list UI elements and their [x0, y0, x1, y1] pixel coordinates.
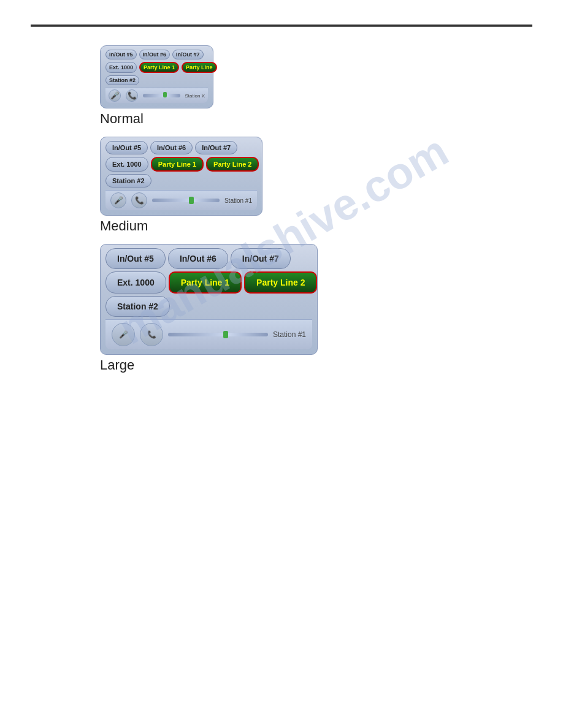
large-mute-icon: 🎤 [119, 330, 128, 339]
large-phone-icon: 📞 [147, 330, 156, 339]
normal-slider-area [143, 94, 180, 97]
medium-row1: In/Out #5 In/Out #6 In/Out #7 [105, 141, 257, 154]
large-station-label: Station #1 [273, 330, 306, 339]
normal-partyline1-button[interactable]: Party Line 1 [139, 62, 179, 73]
normal-row3: Station #2 [105, 75, 208, 85]
normal-label: Normal [100, 111, 563, 127]
medium-panel: In/Out #5 In/Out #6 In/Out #7 Ext. 1000 … [100, 137, 262, 216]
large-panel: In/Out #5 In/Out #6 In/Out #7 Ext. 1000 … [100, 244, 318, 355]
large-label: Large [100, 357, 563, 373]
medium-inout6-button[interactable]: In/Out #6 [150, 141, 193, 154]
normal-partyline2-button[interactable]: Party Line [182, 62, 217, 73]
medium-row3: Station #2 [105, 174, 257, 188]
large-section: In/Out #5 In/Out #6 In/Out #7 Ext. 1000 … [0, 244, 563, 373]
large-slider-thumb [223, 331, 228, 338]
normal-station2-button[interactable]: Station #2 [105, 75, 139, 85]
normal-slider-thumb [163, 92, 167, 97]
large-bottom-bar: 🎤 📞 Station #1 [105, 319, 312, 349]
medium-phone-button[interactable]: 📞 [131, 192, 147, 208]
medium-station-label: Station #1 [224, 197, 252, 204]
medium-label: Medium [100, 218, 563, 234]
normal-row2: Ext. 1000 Party Line 1 Party Line [105, 62, 208, 73]
normal-ext1000-button[interactable]: Ext. 1000 [105, 62, 137, 73]
large-mute-button[interactable]: 🎤 [112, 323, 135, 346]
large-phone-button[interactable]: 📞 [140, 323, 163, 346]
medium-row2: Ext. 1000 Party Line 1 Party Line 2 [105, 157, 257, 172]
medium-partyline1-button[interactable]: Party Line 1 [151, 157, 204, 172]
normal-row1: In/Out #5 In/Out #6 In/Out #7 [105, 50, 208, 59]
normal-phone-icon: 📞 [128, 91, 137, 100]
normal-mute-button[interactable]: 🎤 [109, 89, 121, 102]
large-station2-button[interactable]: Station #2 [105, 296, 170, 317]
normal-bottom-bar: 🎤 📞 Station X [105, 88, 208, 103]
top-divider [31, 25, 532, 27]
medium-station2-button[interactable]: Station #2 [105, 174, 151, 188]
page-content: In/Out #5 In/Out #6 In/Out #7 Ext. 1000 … [0, 0, 563, 373]
normal-inout7-button[interactable]: In/Out #7 [172, 50, 204, 59]
medium-bottom-bar: 🎤 📞 Station #1 [105, 190, 257, 210]
medium-slider-area [152, 199, 220, 202]
medium-mute-icon: 🎤 [114, 196, 123, 205]
normal-inout5-button[interactable]: In/Out #5 [105, 50, 137, 59]
medium-mute-button[interactable]: 🎤 [110, 192, 126, 208]
large-row1: In/Out #5 In/Out #6 In/Out #7 [105, 248, 312, 269]
large-row3: Station #2 [105, 296, 312, 317]
normal-panel: In/Out #5 In/Out #6 In/Out #7 Ext. 1000 … [100, 45, 213, 108]
medium-inout5-button[interactable]: In/Out #5 [105, 141, 148, 154]
medium-ext1000-button[interactable]: Ext. 1000 [105, 157, 148, 172]
medium-slider-track[interactable] [152, 199, 220, 202]
large-slider-track[interactable] [168, 333, 268, 336]
normal-mute-icon: 🎤 [110, 91, 120, 100]
normal-station-label: Station X [185, 93, 205, 99]
normal-inout6-button[interactable]: In/Out #6 [139, 50, 170, 59]
large-inout6-button[interactable]: In/Out #6 [168, 248, 228, 269]
large-partyline1-button[interactable]: Party Line 1 [169, 271, 242, 294]
normal-section: In/Out #5 In/Out #6 In/Out #7 Ext. 1000 … [0, 45, 563, 127]
normal-slider-track[interactable] [143, 94, 180, 97]
medium-section: In/Out #5 In/Out #6 In/Out #7 Ext. 1000 … [0, 137, 563, 234]
large-inout5-button[interactable]: In/Out #5 [105, 248, 166, 269]
medium-inout7-button[interactable]: In/Out #7 [195, 141, 237, 154]
large-row2: Ext. 1000 Party Line 1 Party Line 2 [105, 271, 312, 294]
medium-phone-icon: 📞 [135, 196, 144, 205]
medium-partyline2-button[interactable]: Party Line 2 [206, 157, 259, 172]
medium-slider-thumb [189, 197, 194, 204]
normal-phone-button[interactable]: 📞 [126, 89, 138, 102]
large-inout7-button[interactable]: In/Out #7 [231, 248, 291, 269]
large-partyline2-button[interactable]: Party Line 2 [244, 271, 317, 294]
large-slider-area [168, 333, 268, 336]
large-ext1000-button[interactable]: Ext. 1000 [105, 271, 166, 294]
